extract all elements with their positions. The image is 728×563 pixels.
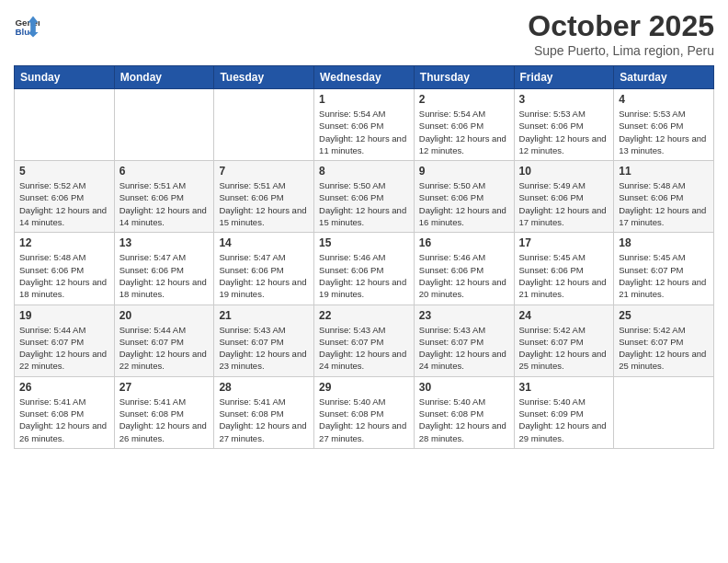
day-number: 25	[619, 309, 709, 322]
header: General Blue October 2025 Supe Puerto, L…	[14, 9, 714, 58]
day-number: 29	[319, 381, 409, 394]
calendar-cell: 23Sunrise: 5:43 AM Sunset: 6:07 PM Dayli…	[414, 304, 514, 376]
weekday-header-saturday: Saturday	[614, 66, 714, 89]
calendar-cell: 20Sunrise: 5:44 AM Sunset: 6:07 PM Dayli…	[114, 304, 214, 376]
calendar-cell: 31Sunrise: 5:40 AM Sunset: 6:09 PM Dayli…	[514, 376, 614, 448]
calendar-cell: 26Sunrise: 5:41 AM Sunset: 6:08 PM Dayli…	[15, 376, 115, 448]
day-info: Sunrise: 5:41 AM Sunset: 6:08 PM Dayligh…	[219, 396, 309, 444]
month-title: October 2025	[528, 9, 714, 43]
day-number: 11	[619, 165, 709, 178]
weekday-header-sunday: Sunday	[15, 66, 115, 89]
calendar-cell: 22Sunrise: 5:43 AM Sunset: 6:07 PM Dayli…	[314, 304, 415, 376]
day-info: Sunrise: 5:43 AM Sunset: 6:07 PM Dayligh…	[419, 324, 509, 373]
day-number: 27	[119, 381, 210, 394]
calendar-table: SundayMondayTuesdayWednesdayThursdayFrid…	[14, 65, 714, 449]
weekday-header-friday: Friday	[514, 66, 614, 89]
day-number: 31	[519, 381, 609, 394]
calendar-cell: 13Sunrise: 5:47 AM Sunset: 6:06 PM Dayli…	[114, 233, 214, 304]
day-info: Sunrise: 5:53 AM Sunset: 6:06 PM Dayligh…	[519, 108, 609, 156]
day-info: Sunrise: 5:54 AM Sunset: 6:06 PM Dayligh…	[419, 108, 509, 156]
day-info: Sunrise: 5:44 AM Sunset: 6:07 PM Dayligh…	[19, 324, 109, 373]
day-info: Sunrise: 5:40 AM Sunset: 6:08 PM Dayligh…	[319, 396, 409, 444]
day-info: Sunrise: 5:51 AM Sunset: 6:06 PM Dayligh…	[119, 179, 210, 228]
week-row-1: 1Sunrise: 5:54 AM Sunset: 6:06 PM Daylig…	[15, 89, 714, 161]
day-info: Sunrise: 5:43 AM Sunset: 6:07 PM Dayligh…	[319, 324, 409, 373]
day-number: 21	[219, 309, 309, 322]
day-number: 8	[319, 165, 409, 178]
day-info: Sunrise: 5:46 AM Sunset: 6:06 PM Dayligh…	[319, 251, 409, 300]
calendar-cell: 28Sunrise: 5:41 AM Sunset: 6:08 PM Dayli…	[214, 376, 314, 448]
day-info: Sunrise: 5:51 AM Sunset: 6:06 PM Dayligh…	[219, 179, 309, 228]
day-number: 23	[419, 309, 509, 322]
day-info: Sunrise: 5:41 AM Sunset: 6:08 PM Dayligh…	[119, 396, 210, 444]
day-number: 1	[319, 93, 409, 106]
calendar-cell: 8Sunrise: 5:50 AM Sunset: 6:06 PM Daylig…	[314, 161, 415, 233]
calendar-cell: 16Sunrise: 5:46 AM Sunset: 6:06 PM Dayli…	[414, 233, 514, 304]
day-info: Sunrise: 5:54 AM Sunset: 6:06 PM Dayligh…	[319, 108, 409, 156]
calendar-cell: 17Sunrise: 5:45 AM Sunset: 6:06 PM Dayli…	[514, 233, 614, 304]
calendar-page: General Blue October 2025 Supe Puerto, L…	[0, 0, 728, 563]
day-number: 14	[219, 236, 309, 249]
day-info: Sunrise: 5:50 AM Sunset: 6:06 PM Dayligh…	[319, 179, 409, 228]
calendar-cell	[214, 89, 314, 161]
day-number: 24	[519, 309, 609, 322]
calendar-cell: 1Sunrise: 5:54 AM Sunset: 6:06 PM Daylig…	[314, 89, 415, 161]
day-number: 7	[219, 165, 309, 178]
weekday-header-thursday: Thursday	[414, 66, 514, 89]
weekday-header-row: SundayMondayTuesdayWednesdayThursdayFrid…	[15, 66, 714, 89]
day-number: 9	[419, 165, 509, 178]
day-info: Sunrise: 5:43 AM Sunset: 6:07 PM Dayligh…	[219, 324, 309, 373]
day-info: Sunrise: 5:41 AM Sunset: 6:08 PM Dayligh…	[19, 396, 109, 444]
day-number: 19	[19, 309, 109, 322]
calendar-cell: 18Sunrise: 5:45 AM Sunset: 6:07 PM Dayli…	[614, 233, 714, 304]
calendar-cell: 11Sunrise: 5:48 AM Sunset: 6:06 PM Dayli…	[614, 161, 714, 233]
day-info: Sunrise: 5:50 AM Sunset: 6:06 PM Dayligh…	[419, 179, 509, 228]
day-number: 17	[519, 236, 609, 249]
calendar-cell	[15, 89, 115, 161]
day-number: 5	[19, 165, 109, 178]
day-info: Sunrise: 5:42 AM Sunset: 6:07 PM Dayligh…	[519, 324, 609, 373]
week-row-2: 5Sunrise: 5:52 AM Sunset: 6:06 PM Daylig…	[15, 161, 714, 233]
day-number: 10	[519, 165, 609, 178]
day-info: Sunrise: 5:45 AM Sunset: 6:07 PM Dayligh…	[619, 251, 709, 300]
calendar-cell: 5Sunrise: 5:52 AM Sunset: 6:06 PM Daylig…	[15, 161, 115, 233]
day-info: Sunrise: 5:52 AM Sunset: 6:06 PM Dayligh…	[19, 179, 109, 228]
day-number: 13	[119, 236, 210, 249]
calendar-cell: 30Sunrise: 5:40 AM Sunset: 6:08 PM Dayli…	[414, 376, 514, 448]
weekday-header-monday: Monday	[114, 66, 214, 89]
day-info: Sunrise: 5:48 AM Sunset: 6:06 PM Dayligh…	[619, 179, 709, 228]
calendar-cell	[614, 376, 714, 448]
logo: General Blue	[14, 13, 41, 39]
weekday-header-tuesday: Tuesday	[214, 66, 314, 89]
week-row-5: 26Sunrise: 5:41 AM Sunset: 6:08 PM Dayli…	[15, 376, 714, 448]
week-row-4: 19Sunrise: 5:44 AM Sunset: 6:07 PM Dayli…	[15, 304, 714, 376]
day-info: Sunrise: 5:47 AM Sunset: 6:06 PM Dayligh…	[119, 251, 210, 300]
day-number: 26	[19, 381, 109, 394]
calendar-cell	[114, 89, 214, 161]
day-number: 28	[219, 381, 309, 394]
weekday-header-wednesday: Wednesday	[314, 66, 415, 89]
day-number: 2	[419, 93, 509, 106]
calendar-cell: 25Sunrise: 5:42 AM Sunset: 6:07 PM Dayli…	[614, 304, 714, 376]
day-number: 30	[419, 381, 509, 394]
day-info: Sunrise: 5:40 AM Sunset: 6:08 PM Dayligh…	[419, 396, 509, 444]
day-info: Sunrise: 5:42 AM Sunset: 6:07 PM Dayligh…	[619, 324, 709, 373]
calendar-cell: 27Sunrise: 5:41 AM Sunset: 6:08 PM Dayli…	[114, 376, 214, 448]
calendar-cell: 7Sunrise: 5:51 AM Sunset: 6:06 PM Daylig…	[214, 161, 314, 233]
day-number: 22	[319, 309, 409, 322]
day-number: 16	[419, 236, 509, 249]
calendar-cell: 9Sunrise: 5:50 AM Sunset: 6:06 PM Daylig…	[414, 161, 514, 233]
day-info: Sunrise: 5:47 AM Sunset: 6:06 PM Dayligh…	[219, 251, 309, 300]
day-info: Sunrise: 5:46 AM Sunset: 6:06 PM Dayligh…	[419, 251, 509, 300]
calendar-cell: 3Sunrise: 5:53 AM Sunset: 6:06 PM Daylig…	[514, 89, 614, 161]
calendar-cell: 24Sunrise: 5:42 AM Sunset: 6:07 PM Dayli…	[514, 304, 614, 376]
day-info: Sunrise: 5:49 AM Sunset: 6:06 PM Dayligh…	[519, 179, 609, 228]
calendar-cell: 29Sunrise: 5:40 AM Sunset: 6:08 PM Dayli…	[314, 376, 415, 448]
day-number: 20	[119, 309, 210, 322]
calendar-cell: 10Sunrise: 5:49 AM Sunset: 6:06 PM Dayli…	[514, 161, 614, 233]
week-row-3: 12Sunrise: 5:48 AM Sunset: 6:06 PM Dayli…	[15, 233, 714, 304]
day-number: 3	[519, 93, 609, 106]
day-number: 12	[19, 236, 109, 249]
day-info: Sunrise: 5:40 AM Sunset: 6:09 PM Dayligh…	[519, 396, 609, 444]
calendar-cell: 12Sunrise: 5:48 AM Sunset: 6:06 PM Dayli…	[15, 233, 115, 304]
